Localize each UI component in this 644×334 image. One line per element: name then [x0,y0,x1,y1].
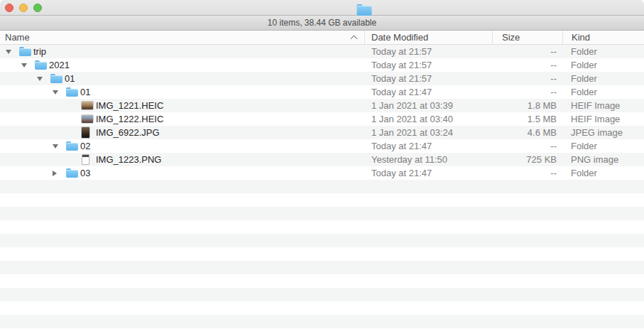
name-cell: IMG_1221.HEIC [0,99,364,112]
size-label: 4.6 MB [528,127,557,138]
size-cell: -- [492,166,562,180]
disclosure-triangle-icon[interactable] [6,50,11,54]
empty-row [0,301,644,315]
size-label: 725 KB [526,154,557,165]
file-name-label: 03 [80,168,90,178]
size-cell: 1.5 MB [492,112,562,126]
file-name-label: 01 [80,87,90,97]
kind-label: Folder [571,73,597,84]
size-cell: 725 KB [492,153,562,166]
name-cell: 02 [0,139,364,153]
empty-row [0,288,644,301]
kind-label: Folder [571,46,597,57]
title-bar[interactable] [0,0,644,16]
disclosure-triangle-icon[interactable] [53,90,58,95]
column-header-name-label: Name [5,32,30,43]
empty-row [0,207,644,220]
file-name-label: IMG_1223.PNG [96,154,162,165]
size-cell: 1.8 MB [492,99,562,112]
name-cell: IMG_6922.JPG [0,126,364,139]
size-label: -- [550,87,557,97]
name-cell: 03 [0,166,364,180]
kind-cell: JPEG image [562,126,644,139]
date-modified-label: Today at 21:47 [371,168,432,178]
empty-row [0,193,644,207]
file-row[interactable]: 01 Today at 21:57 -- Folder [0,72,644,85]
name-cell: IMG_1223.PNG [0,153,364,166]
date-modified-label: Today at 21:57 [371,60,432,70]
date-modified-cell: 1 Jan 2021 at 03:24 [364,126,492,139]
status-text: 10 items, 38.44 GB available [268,18,376,28]
file-name-label: 01 [65,73,75,84]
kind-cell: Folder [562,45,644,58]
size-label: -- [550,141,557,151]
name-cell: trip [0,45,364,58]
file-row[interactable]: 02 Today at 21:47 -- Folder [0,139,644,153]
screenshot-portrait-icon [82,154,89,165]
column-header-kind-label: Kind [572,32,590,43]
file-row[interactable]: 2021 Today at 21:57 -- Folder [0,58,644,72]
size-cell: -- [492,58,562,72]
size-label: 1.5 MB [528,114,557,124]
close-button[interactable] [5,4,13,12]
column-header-date-modified[interactable]: Date Modified [364,31,492,44]
folder-icon-body [356,6,371,15]
size-cell: -- [492,72,562,85]
name-cell: 01 [0,72,364,85]
column-header-kind[interactable]: Kind [562,31,644,44]
file-name-label: trip [33,46,46,57]
empty-row [0,220,644,234]
photo-landscape-sky-icon [82,115,93,123]
file-row[interactable]: 01 Today at 21:47 -- Folder [0,85,644,99]
kind-cell: PNG image [562,153,644,166]
blue-folder-icon [66,87,78,97]
file-list[interactable]: trip Today at 21:57 -- Folder 2021 Today… [0,45,644,334]
date-modified-cell: Today at 21:57 [364,72,492,85]
date-modified-cell: Today at 21:47 [364,166,492,180]
kind-label: Folder [571,141,597,151]
disclosure-triangle-icon[interactable] [53,171,57,176]
size-cell: -- [492,45,562,58]
empty-row [0,274,644,288]
date-modified-label: 1 Jan 2021 at 03:39 [371,100,453,111]
date-modified-label: Yesterday at 11:50 [371,154,447,165]
date-modified-label: 1 Jan 2021 at 03:24 [371,127,453,138]
empty-row [0,328,644,334]
date-modified-label: Today at 21:57 [371,46,432,57]
kind-cell: Folder [562,166,644,180]
folder-proxy-icon[interactable] [356,4,371,16]
disclosure-triangle-icon[interactable] [21,63,27,68]
file-row[interactable]: IMG_1221.HEIC 1 Jan 2021 at 03:39 1.8 MB… [0,99,644,112]
column-header-row: Name Date Modified Size Kind [0,31,644,45]
file-name-label: IMG_6922.JPG [96,127,160,138]
kind-label: PNG image [571,154,618,165]
date-modified-label: 1 Jan 2021 at 03:40 [371,114,453,124]
blue-folder-icon [50,74,62,83]
disclosure-triangle-icon[interactable] [53,144,58,149]
file-row[interactable]: trip Today at 21:57 -- Folder [0,45,644,58]
size-cell: 4.6 MB [492,126,562,139]
kind-cell: HEIF Image [562,112,644,126]
empty-row [0,315,644,328]
blue-folder-icon [35,60,47,70]
empty-row [0,247,644,261]
kind-label: Folder [571,60,597,70]
column-header-name[interactable]: Name [0,31,364,44]
blue-folder-icon [66,141,78,151]
column-header-date-label: Date Modified [371,32,428,43]
date-modified-cell: Today at 21:57 [364,58,492,72]
column-header-size[interactable]: Size [492,31,562,44]
disclosure-triangle-icon[interactable] [37,77,43,81]
date-modified-cell: Today at 21:57 [364,45,492,58]
file-name-label: 02 [80,141,90,151]
file-row[interactable]: IMG_1222.HEIC 1 Jan 2021 at 03:40 1.5 MB… [0,112,644,126]
minimize-button[interactable] [19,4,28,12]
file-row[interactable]: 03 Today at 21:47 -- Folder [0,166,644,180]
status-bar: 10 items, 38.44 GB available [0,16,644,31]
file-row[interactable]: IMG_6922.JPG 1 Jan 2021 at 03:24 4.6 MB … [0,126,644,139]
file-row[interactable]: IMG_1223.PNG Yesterday at 11:50 725 KB P… [0,153,644,166]
zoom-button[interactable] [33,4,42,12]
size-cell: -- [492,85,562,99]
size-label: -- [550,73,557,84]
name-cell: 2021 [0,58,364,72]
